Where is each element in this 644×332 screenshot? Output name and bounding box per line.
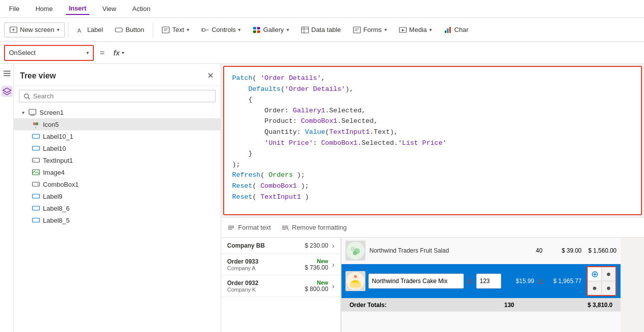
cluster-btn-1[interactable]: ⊕ xyxy=(588,267,602,281)
media-button[interactable]: Media ▾ xyxy=(393,22,437,37)
tree-item-screen1[interactable]: ▾ Screen1 xyxy=(14,106,221,118)
label-label: Label xyxy=(87,26,103,33)
new-screen-button[interactable]: New screen ▾ xyxy=(4,22,65,37)
icon-cluster: ⊕ ● ● ● xyxy=(587,266,617,296)
input-row-cake-mix: ⚠ $15.99 ⚠ $ 1,965.77 ⊕ ● ● ● xyxy=(341,264,621,299)
fx-button[interactable]: fx ▾ xyxy=(110,49,127,57)
fx-label: fx xyxy=(113,49,119,57)
order-row-company-bb[interactable]: Company BB $ 230.00 › xyxy=(221,238,340,254)
label-icon: A xyxy=(77,26,85,34)
svg-rect-22 xyxy=(445,30,446,33)
tree-label-label8-5: Label8_5 xyxy=(43,217,70,224)
label8-5-icon xyxy=(32,216,40,224)
tree-close-button[interactable]: ✕ xyxy=(206,70,215,81)
svg-point-8 xyxy=(202,28,205,31)
totals-total: $ 3,810.0 xyxy=(552,302,617,309)
search-box[interactable] xyxy=(19,90,216,102)
hamburger-icon[interactable] xyxy=(1,68,12,79)
product-row-fruit-salad[interactable]: Northwind Traders Fruit Salad 40 $ 39.00… xyxy=(341,238,621,264)
controls-button[interactable]: Controls ▾ xyxy=(196,22,246,37)
cluster-btn-3[interactable]: ● xyxy=(588,281,602,295)
order-right-0932: New $ 800.00 xyxy=(305,280,328,293)
menu-view[interactable]: View xyxy=(99,3,119,14)
svg-rect-13 xyxy=(253,30,256,33)
svg-rect-37 xyxy=(32,146,39,150)
label10-1-icon xyxy=(32,132,40,140)
menu-bar: File Home Insert View Action xyxy=(0,0,644,18)
property-dropdown[interactable]: OnSelect ▾ xyxy=(4,45,94,61)
icon5-icon: + xyxy=(32,120,40,128)
tree-arrow-screen1: ▾ xyxy=(22,110,24,115)
data-table-button[interactable]: Data table xyxy=(296,22,346,37)
gallery-chevron: ▾ xyxy=(287,27,289,32)
tree-item-label10[interactable]: Label10 xyxy=(14,142,221,154)
order-chevron-0932: › xyxy=(332,282,334,290)
code-line-9: ); xyxy=(232,159,633,170)
totals-label: Order Totals: xyxy=(345,302,497,309)
tree-item-textinput1[interactable]: TextInput1 xyxy=(14,154,221,166)
remove-formatting-button[interactable]: Remove formatting xyxy=(281,224,347,232)
controls-icon xyxy=(201,26,209,34)
svg-rect-12 xyxy=(257,27,260,29)
code-line-3: { xyxy=(232,94,633,105)
svg-rect-4 xyxy=(115,28,122,32)
screen-icon xyxy=(28,108,36,116)
menu-file[interactable]: File xyxy=(6,3,22,14)
svg-point-29 xyxy=(24,94,28,98)
svg-rect-36 xyxy=(32,134,39,138)
tree-item-combobox1[interactable]: ComboBox1 xyxy=(14,178,221,190)
label-button[interactable]: A Label xyxy=(71,22,109,37)
tree-view-panel: Tree view ✕ ▾ Screen1 xyxy=(14,64,221,332)
tree-label-screen1: Screen1 xyxy=(39,109,63,116)
order-chevron-0933: › xyxy=(332,261,334,269)
code-editor[interactable]: Patch( 'Order Details', Defaults('Order … xyxy=(223,66,642,215)
chart-button[interactable]: Char xyxy=(438,22,474,37)
svg-rect-41 xyxy=(32,182,39,186)
tree-item-image4[interactable]: Image4 xyxy=(14,166,221,178)
svg-rect-18 xyxy=(353,27,360,33)
svg-rect-45 xyxy=(32,206,39,210)
menu-insert[interactable]: Insert xyxy=(66,2,89,15)
tree-item-label8-5[interactable]: Label8_5 xyxy=(14,214,221,226)
code-line-2: Defaults('Order Details'), xyxy=(232,84,633,95)
image4-icon xyxy=(32,168,40,176)
svg-rect-11 xyxy=(253,27,256,29)
left-icon-bar xyxy=(0,64,14,332)
cluster-btn-2[interactable]: ● xyxy=(602,267,616,281)
chart-icon xyxy=(444,26,452,34)
forms-button[interactable]: Forms ▾ xyxy=(347,22,392,37)
formula-bar: OnSelect ▾ = fx ▾ xyxy=(0,42,644,64)
search-input[interactable] xyxy=(33,92,211,100)
text-chevron: ▾ xyxy=(187,27,189,32)
cluster-btn-4[interactable]: ● xyxy=(602,281,616,295)
product-qty-input[interactable] xyxy=(476,274,501,289)
tree-items: ▾ Screen1 + Icon5 xyxy=(14,106,221,332)
text-button[interactable]: Text ▾ xyxy=(156,22,195,37)
new-screen-chevron: ▾ xyxy=(57,27,59,32)
order-row-0933[interactable]: Order 0933 Company A New $ 736.00 › xyxy=(221,254,340,276)
menu-action[interactable]: Action xyxy=(129,3,153,14)
product-qty-fruit-salad: 40 xyxy=(527,247,552,254)
remove-formatting-icon xyxy=(281,224,289,232)
product-combo-input[interactable] xyxy=(368,274,464,289)
tree-label-label10: Label10 xyxy=(43,145,66,152)
order-row-0932[interactable]: Order 0932 Company K New $ 800.00 › xyxy=(221,276,340,297)
svg-text:+: + xyxy=(35,126,37,128)
code-line-4: Order: Gallery1.Selected, xyxy=(232,105,633,116)
tree-label-textinput1: TextInput1 xyxy=(43,157,73,164)
tree-item-label8-6[interactable]: Label8_6 xyxy=(14,202,221,214)
right-panel: Patch( 'Order Details', Defaults('Order … xyxy=(221,64,644,332)
remove-formatting-label: Remove formatting xyxy=(292,224,347,231)
tree-item-label10-1[interactable]: Label10_1 xyxy=(14,130,221,142)
svg-rect-15 xyxy=(302,27,309,33)
menu-home[interactable]: Home xyxy=(32,3,56,14)
gallery-button[interactable]: Gallery ▾ xyxy=(247,22,294,37)
label9-icon xyxy=(32,192,40,200)
button-toolbar-btn[interactable]: Button xyxy=(109,22,150,37)
code-line-12: Reset( TextInput1 ) xyxy=(232,192,633,203)
product-img-fruit-salad xyxy=(345,241,365,261)
tree-item-icon5[interactable]: + Icon5 xyxy=(14,118,221,130)
tree-item-label9[interactable]: Label9 xyxy=(14,190,221,202)
layers-icon[interactable] xyxy=(1,86,12,97)
format-text-button[interactable]: Format text xyxy=(227,224,271,232)
